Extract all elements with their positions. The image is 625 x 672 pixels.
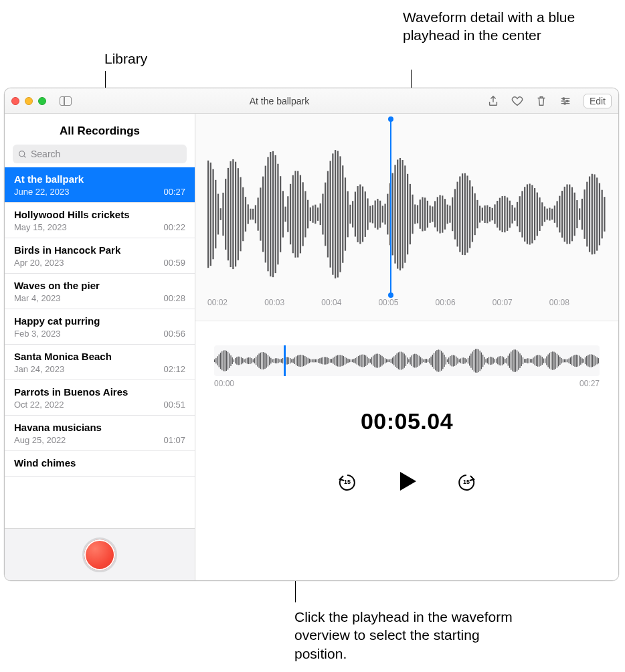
- trash-icon[interactable]: [535, 95, 547, 107]
- svg-rect-179: [236, 357, 237, 364]
- svg-rect-58: [342, 165, 343, 262]
- svg-rect-114: [482, 207, 483, 220]
- svg-rect-88: [417, 205, 418, 223]
- svg-rect-333: [464, 358, 465, 363]
- svg-rect-197: [263, 352, 264, 369]
- svg-rect-384: [540, 355, 541, 366]
- recording-date: June 22, 2023: [14, 187, 69, 197]
- waveform-overview-graphic: [214, 345, 600, 376]
- svg-rect-15: [235, 162, 236, 267]
- minimize-window-button[interactable]: [25, 97, 33, 105]
- svg-rect-36: [287, 196, 288, 232]
- svg-rect-182: [241, 357, 242, 365]
- svg-rect-401: [565, 359, 566, 363]
- search-placeholder: Search: [31, 149, 60, 159]
- recording-duration: 00:22: [163, 222, 185, 232]
- svg-rect-268: [368, 358, 369, 363]
- svg-rect-49: [320, 203, 321, 225]
- maximize-window-button[interactable]: [38, 97, 46, 105]
- skip-back-button[interactable]: 15: [337, 473, 357, 493]
- svg-rect-118: [492, 208, 493, 220]
- svg-rect-185: [246, 359, 246, 363]
- svg-rect-129: [519, 196, 521, 232]
- list-item[interactable]: Havana musiciansAug 25, 202201:07: [5, 416, 195, 451]
- settings-sliders-icon[interactable]: [559, 95, 571, 107]
- recording-date: Apr 20, 2023: [14, 258, 64, 268]
- svg-rect-213: [287, 357, 288, 364]
- svg-rect-149: [569, 185, 570, 244]
- svg-rect-383: [539, 355, 539, 366]
- svg-rect-332: [463, 357, 464, 364]
- list-item[interactable]: At the ballparkJune 22, 202300:27: [5, 167, 195, 203]
- svg-rect-117: [489, 207, 490, 222]
- svg-rect-283: [391, 359, 391, 363]
- titlebar: At the ballpark Edit: [5, 88, 618, 114]
- waveform-detail[interactable]: 00:0200:0300:0400:0500:0600:0700:08: [195, 114, 618, 321]
- svg-rect-122: [502, 196, 503, 232]
- sidebar-toggle-icon[interactable]: [60, 96, 72, 106]
- list-item[interactable]: Waves on the pierMar 4, 202300:28: [5, 274, 195, 309]
- list-item[interactable]: Parrots in Buenos AiresOct 22, 202200:51: [5, 380, 195, 416]
- svg-rect-321: [447, 359, 448, 362]
- list-item[interactable]: Hollywood Hills cricketsMay 15, 202300:2…: [5, 203, 195, 238]
- svg-rect-236: [321, 357, 322, 363]
- playhead-detail[interactable]: [390, 119, 391, 295]
- svg-rect-303: [420, 357, 421, 365]
- svg-rect-39: [294, 171, 296, 258]
- svg-point-3: [19, 151, 25, 156]
- svg-rect-226: [306, 357, 306, 364]
- svg-rect-97: [439, 195, 440, 233]
- playhead-overview[interactable]: [284, 345, 286, 376]
- svg-rect-74: [382, 205, 383, 222]
- record-button[interactable]: [82, 537, 117, 572]
- svg-rect-159: [594, 174, 595, 254]
- waveform-overview[interactable]: [214, 345, 600, 376]
- svg-rect-395: [557, 354, 557, 368]
- svg-rect-166: [217, 356, 217, 365]
- recording-date: Mar 4, 2023: [14, 293, 60, 303]
- svg-rect-126: [511, 205, 513, 224]
- svg-rect-209: [281, 359, 282, 363]
- share-icon[interactable]: [487, 95, 499, 107]
- svg-rect-264: [363, 354, 363, 367]
- svg-rect-393: [553, 352, 554, 370]
- svg-rect-17: [240, 177, 241, 252]
- recording-duration: 00:27: [163, 187, 185, 197]
- svg-rect-142: [551, 209, 553, 220]
- svg-rect-271: [373, 355, 373, 365]
- svg-rect-71: [375, 201, 376, 228]
- skip-forward-button[interactable]: 15: [456, 473, 476, 493]
- svg-rect-161: [599, 183, 600, 246]
- svg-rect-372: [523, 357, 523, 364]
- svg-rect-125: [509, 201, 511, 228]
- edit-button[interactable]: Edit: [584, 94, 612, 108]
- svg-rect-150: [571, 187, 573, 242]
- favorite-icon[interactable]: [511, 95, 523, 107]
- list-item[interactable]: Happy cat purringFeb 3, 202300:56: [5, 309, 195, 345]
- svg-rect-272: [374, 355, 375, 367]
- svg-rect-360: [505, 359, 505, 363]
- close-window-button[interactable]: [11, 97, 19, 105]
- toolbar-right: Edit: [487, 94, 612, 108]
- recording-duration: 00:51: [163, 400, 185, 410]
- svg-rect-98: [442, 195, 443, 232]
- play-button[interactable]: [395, 469, 419, 496]
- svg-rect-391: [551, 352, 551, 369]
- list-item[interactable]: Santa Monica BeachJan 24, 202302:12: [5, 345, 195, 380]
- svg-rect-73: [379, 201, 381, 228]
- recording-date: Feb 3, 2023: [14, 329, 60, 339]
- list-item[interactable]: Wind chimes: [5, 451, 195, 477]
- svg-rect-274: [377, 353, 378, 367]
- svg-rect-230: [312, 359, 312, 363]
- svg-rect-386: [543, 359, 544, 363]
- search-input[interactable]: Search: [13, 145, 187, 163]
- list-item[interactable]: Birds in Hancock ParkApr 20, 202300:59: [5, 238, 195, 274]
- svg-rect-266: [365, 355, 366, 366]
- svg-rect-367: [515, 349, 516, 371]
- svg-rect-101: [449, 205, 450, 222]
- svg-rect-148: [566, 184, 567, 244]
- svg-rect-356: [499, 356, 499, 365]
- svg-rect-113: [479, 205, 480, 222]
- recording-duration: 02:12: [163, 364, 185, 374]
- svg-rect-246: [336, 355, 337, 365]
